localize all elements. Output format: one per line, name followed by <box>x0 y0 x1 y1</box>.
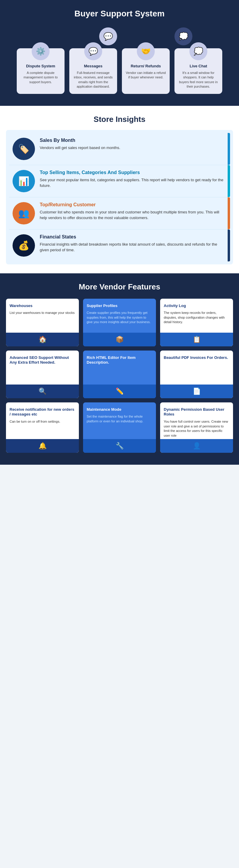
rich-html-card: Rich HTML Editor For Item Description. ✏… <box>83 350 156 398</box>
livechat-icon: 💭 <box>189 42 207 60</box>
store-insights-title: Store Insights <box>6 115 233 124</box>
financial-icon: 💰 <box>12 234 35 257</box>
features-grid: Warehouses List your warehouses to manag… <box>6 299 233 453</box>
dynamic-permission-card: Dynamic Permission Based User Roles You … <box>160 402 233 453</box>
advanced-seo-card: Advanced SEO Support Without Any Extra E… <box>6 350 79 398</box>
messages-title: Messages <box>73 64 113 68</box>
livechat-card: 💭 Live Chat It's a small window for shop… <box>175 48 222 94</box>
sales-accent <box>228 133 230 165</box>
return-icon: 🤝 <box>137 42 155 60</box>
warehouses-desc: List your warehouses to manage your stoc… <box>9 311 75 315</box>
dispute-card: ⚙️ Dispute System A complete dispute man… <box>17 48 64 94</box>
maintenance-card: Maintenance Mode Set the maintenance fla… <box>83 402 156 453</box>
top-customer-text: Top/Returning Customer Customer list who… <box>40 202 227 221</box>
financial-desc: Financial insights with detail breakdown… <box>40 242 227 253</box>
dynamic-permission-desc: You have full control over users. Create… <box>164 420 230 438</box>
buyer-support-title: Buyer Support System <box>6 9 233 19</box>
activity-log-icon: 📋 <box>160 333 233 346</box>
top-selling-text: Top Selling Items, Categories And Suppli… <box>40 170 227 189</box>
warehouses-title: Warehouses <box>9 304 75 309</box>
activity-log-desc: The system keep records for orders, disp… <box>164 311 230 324</box>
buyer-support-section: Buyer Support System 💬 💭 ⚙️ Dispute Syst… <box>0 0 239 106</box>
top-customer-row: 👥 Top/Returning Customer Customer list w… <box>9 197 230 229</box>
messages-desc: Full-featured message inbox, receives, a… <box>73 71 113 89</box>
advanced-seo-title: Advanced SEO Support Without Any Extra E… <box>9 355 75 366</box>
top-customer-desc: Customer list who spends more in your st… <box>40 209 227 221</box>
maintenance-desc: Set the maintenance flag for the whole p… <box>87 414 152 424</box>
supplier-profiles-desc: Create supplier profiles you frequently … <box>87 311 152 324</box>
livechat-top-icon: 💭 <box>175 27 192 45</box>
insights-container: 🏷️ Sales By Month Vendors will get sales… <box>6 130 233 265</box>
warehouses-icon: 🏠 <box>6 333 79 346</box>
financial-accent <box>228 229 230 261</box>
supplier-profiles-icon: 📦 <box>83 333 156 346</box>
support-cards-container: ⚙️ Dispute System A complete dispute man… <box>6 48 233 94</box>
financial-title: Financial States <box>40 234 227 240</box>
sales-by-month-row: 🏷️ Sales By Month Vendors will get sales… <box>9 133 230 165</box>
messages-icon: 💬 <box>84 42 102 60</box>
dispute-title: Dispute System <box>20 64 61 68</box>
dynamic-permission-icon: 👤 <box>160 439 233 453</box>
notifications-desc: Can be turn on or off from settings. <box>9 420 75 424</box>
return-desc: Vendor can initiate a refund if buyer wh… <box>126 71 166 80</box>
top-selling-row: 📊 Top Selling Items, Categories And Supp… <box>9 165 230 197</box>
return-title: Return/ Refunds <box>126 64 166 68</box>
financial-text: Financial States Financial insights with… <box>40 234 227 253</box>
dispute-desc: A complete dispute management system to … <box>20 71 61 84</box>
notifications-card: Receive notification for new orders / me… <box>6 402 79 453</box>
rich-html-title: Rich HTML Editor For Item Description. <box>87 355 152 366</box>
sales-text: Sales By Month Vendors will get sales re… <box>40 138 121 151</box>
livechat-title: Live Chat <box>178 64 219 68</box>
messages-top-icon: 💬 <box>99 27 117 45</box>
advanced-seo-icon: 🔍 <box>6 384 79 398</box>
return-refunds-card: 🤝 Return/ Refunds Vendor can initiate a … <box>122 48 170 94</box>
top-customer-icon: 👥 <box>12 202 35 224</box>
rich-html-icon: ✏️ <box>83 384 156 398</box>
notifications-icon: 🔔 <box>6 439 79 453</box>
activity-log-title: Activity Log <box>164 304 230 309</box>
livechat-desc: It's a small window for shoppers. It can… <box>178 71 219 89</box>
top-customer-title: Top/Returning Customer <box>40 202 227 208</box>
messages-card: 💬 Messages Full-featured message inbox, … <box>69 48 117 94</box>
warehouses-card: Warehouses List your warehouses to manag… <box>6 299 79 346</box>
pdf-invoices-title: Beautiful PDF Invoices For Orders. <box>164 355 230 361</box>
top-customer-accent <box>228 197 230 229</box>
top-selling-title: Top Selling Items, Categories And Suppli… <box>40 170 227 175</box>
dynamic-permission-title: Dynamic Permission Based User Roles <box>164 407 230 417</box>
maintenance-title: Maintenance Mode <box>87 407 152 412</box>
top-selling-desc: See your most popular items list, catego… <box>40 177 227 189</box>
vendor-features-section: More Vendor Features Warehouses List you… <box>0 273 239 465</box>
top-selling-accent <box>228 165 230 197</box>
supplier-profiles-title: Supplier Profiles <box>87 304 152 309</box>
financial-states-row: 💰 Financial States Financial insights wi… <box>9 229 230 261</box>
supplier-profiles-card: Supplier Profiles Create supplier profil… <box>83 299 156 346</box>
store-insights-section: Store Insights 🏷️ Sales By Month Vendors… <box>0 106 239 273</box>
activity-log-card: Activity Log The system keep records for… <box>160 299 233 346</box>
top-selling-icon: 📊 <box>12 170 35 192</box>
vendor-features-title: More Vendor Features <box>6 282 233 291</box>
sales-icon: 🏷️ <box>12 138 35 160</box>
pdf-invoices-card: Beautiful PDF Invoices For Orders. 📄 <box>160 350 233 398</box>
dispute-icon: ⚙️ <box>32 42 50 60</box>
pdf-invoices-icon: 📄 <box>160 384 233 398</box>
notifications-title: Receive notification for new orders / me… <box>9 407 75 417</box>
sales-desc: Vendors will get sales report based on m… <box>40 145 121 151</box>
maintenance-icon: 🔧 <box>83 439 156 453</box>
sales-title: Sales By Month <box>40 138 121 143</box>
